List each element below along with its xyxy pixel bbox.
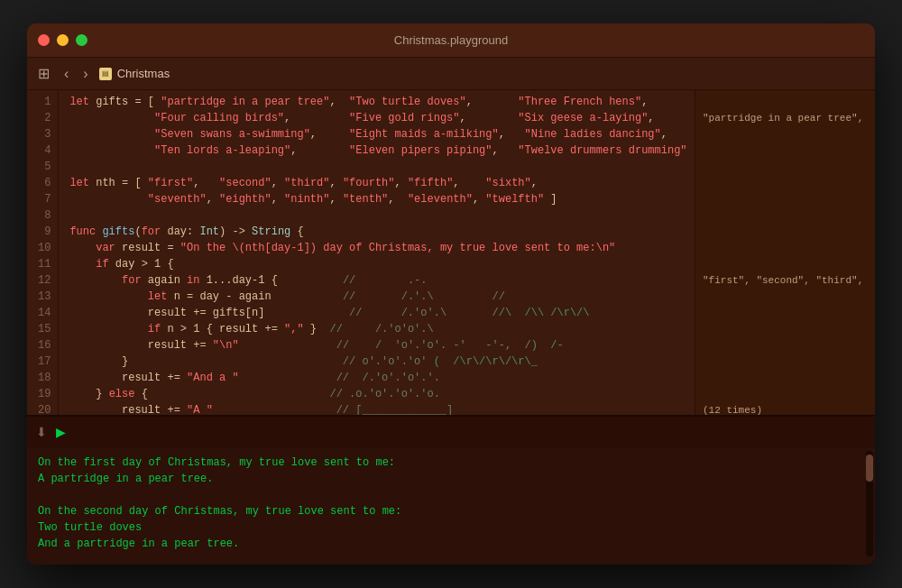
code-text: let gifts = [ "partridge in a pear tree"…: [59, 94, 695, 415]
main-content: 12345 678910 1112131415 1617181920 21222…: [27, 90, 875, 565]
maximize-button[interactable]: [76, 34, 87, 46]
code-editor[interactable]: let gifts = [ "partridge in a pear tree"…: [59, 90, 695, 415]
output-panel: On the first day of Christmas, my true l…: [27, 447, 875, 565]
toolbar: ⊞ ‹ › ▤ Christmas: [27, 58, 875, 90]
output-line-5: Two turtle doves: [38, 519, 864, 536]
line-numbers: 12345 678910 1112131415 1617181920 21222…: [27, 90, 59, 415]
back-icon[interactable]: ‹: [60, 64, 72, 84]
output-line-4: On the second day of Christmas, my true …: [38, 503, 864, 519]
forward-icon[interactable]: ›: [79, 64, 91, 84]
run-button[interactable]: ▶: [56, 425, 66, 439]
result-line-4: [703, 207, 868, 224]
result-line-1: "partridge in a pear tree", "T...: [703, 110, 868, 126]
result-line-2: [703, 142, 868, 159]
output-line-6: And a partridge in a pear tree.: [38, 536, 864, 552]
tab-label: Christmas: [117, 67, 170, 80]
result-line-9: [703, 370, 868, 386]
output-line-1: On the first day of Christmas, my true l…: [38, 455, 864, 471]
titlebar: Christmas.playground: [27, 23, 875, 58]
result-line-6: "first", "second", "third", "fo...: [703, 272, 868, 289]
file-tab[interactable]: ▤ Christmas: [99, 67, 170, 80]
grid-icon[interactable]: ⊞: [34, 63, 53, 84]
minimize-button[interactable]: [57, 34, 69, 46]
result-line-5: [703, 240, 868, 256]
results-panel: "partridge in a pear tree", "T... "first…: [695, 90, 875, 415]
editor-area: 12345 678910 1112131415 1617181920 21222…: [27, 90, 875, 415]
console-icon[interactable]: ⬇: [36, 425, 47, 439]
main-window: Christmas.playground ⊞ ‹ › ▤ Christmas 1…: [27, 23, 875, 565]
result-line-10: (12 times): [703, 402, 868, 415]
scrollbar-thumb: [866, 455, 873, 482]
result-line-3: [703, 175, 868, 191]
output-line-3: [38, 487, 864, 503]
file-icon: ▤: [99, 68, 112, 80]
bottom-toolbar: ⬇ ▶: [27, 415, 875, 447]
output-scrollbar[interactable]: [866, 451, 873, 556]
result-line-7: [703, 305, 868, 321]
window-title: Christmas.playground: [27, 33, 875, 47]
traffic-lights: [38, 34, 87, 46]
close-button[interactable]: [38, 34, 50, 46]
result-line-8: [703, 337, 868, 354]
output-line-2: A partridge in a pear tree.: [38, 471, 864, 487]
